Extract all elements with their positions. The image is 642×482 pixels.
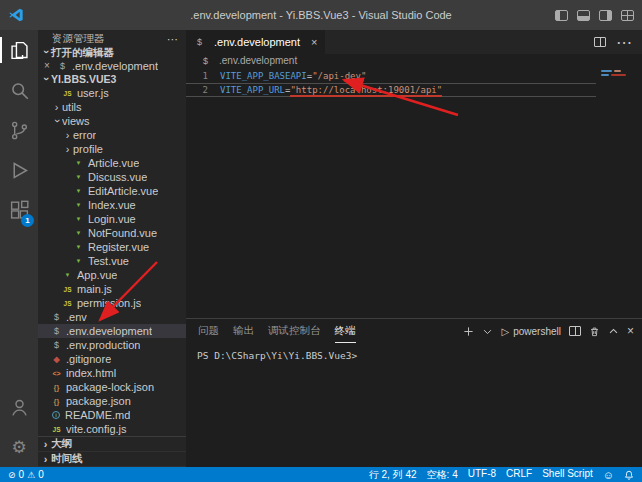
env-file-icon: $ <box>51 312 62 322</box>
close-editor-icon[interactable]: × <box>44 60 54 71</box>
settings-gear-icon[interactable]: ⚙ <box>0 427 38 467</box>
tree-item-index.html[interactable]: <>index.html <box>38 366 186 380</box>
code-line-1[interactable]: 1VITE_APP_BASEAPI="/api-dev" <box>186 69 596 83</box>
tree-item-label: Index.vue <box>88 199 136 211</box>
tree-item-error[interactable]: ›error <box>38 128 186 142</box>
tree-item-package-lock.json[interactable]: {}package-lock.json <box>38 380 186 394</box>
panel-tab-bar: 问题输出调试控制台终端 ▷ powershell × <box>186 319 642 343</box>
open-editors-header[interactable]: › 打开的编辑器 <box>38 46 186 59</box>
toggle-sidebar-icon[interactable] <box>555 10 568 21</box>
line-number: 2 <box>186 83 208 97</box>
tree-item-package.json[interactable]: {}package.json <box>38 394 186 408</box>
tree-item-Test.vue[interactable]: ▼Test.vue <box>38 254 186 268</box>
status-item[interactable]: UTF-8 <box>468 468 496 482</box>
vscode-window: .env.development - Yi.BBS.Vue3 - Visual … <box>0 0 642 482</box>
tree-item-label: package-lock.json <box>66 381 154 393</box>
tree-item-Register.vue[interactable]: ▼Register.vue <box>38 240 186 254</box>
tree-item-label: main.js <box>77 283 112 295</box>
js-file-icon: JS <box>51 426 62 433</box>
tree-item-permission.js[interactable]: JSpermission.js <box>38 296 186 310</box>
tree-item-.env.production[interactable]: $.env.production <box>38 338 186 352</box>
close-panel-icon[interactable]: × <box>627 324 634 338</box>
minimap[interactable] <box>601 70 637 78</box>
tree-item-label: permission.js <box>77 297 141 309</box>
status-item[interactable]: Shell Script <box>542 468 593 482</box>
toggle-secondary-sidebar-icon[interactable] <box>599 10 612 21</box>
terminal-output[interactable]: PS D:\CSharp\Yi\Yi.BBS.Vue3> <box>186 343 642 467</box>
tree-item-main.js[interactable]: JSmain.js <box>38 282 186 296</box>
tree-item-Login.vue[interactable]: ▼Login.vue <box>38 212 186 226</box>
outline-section-header[interactable]: › 大纲 <box>38 437 186 452</box>
project-root-header[interactable]: › YI.BBS.VUE3 <box>38 73 186 87</box>
code-editor[interactable]: 1VITE_APP_BASEAPI="/api-dev"2VITE_APP_UR… <box>186 67 642 318</box>
tree-item-.env.development[interactable]: $.env.development <box>38 324 186 338</box>
tree-item-label: Discuss.vue <box>88 171 147 183</box>
status-item[interactable]: 行 2, 列 42 <box>369 468 417 482</box>
vue-file-icon: ▼ <box>62 272 73 278</box>
kill-terminal-icon[interactable] <box>589 326 600 337</box>
extensions-icon[interactable]: 1 <box>0 190 38 230</box>
toggle-panel-icon[interactable] <box>577 10 590 21</box>
tree-item-README.md[interactable]: iREADME.md <box>38 408 186 422</box>
tree-item-Article.vue[interactable]: ▼Article.vue <box>38 156 186 170</box>
tree-item-NotFound.vue[interactable]: ▼NotFound.vue <box>38 226 186 240</box>
run-debug-icon[interactable] <box>0 150 38 190</box>
account-icon[interactable] <box>0 387 38 427</box>
status-bar: ⊘ 0 ⚠ 0 行 2, 列 42空格: 4UTF-8CRLFShell Scr… <box>0 467 642 482</box>
bottom-panel: 问题输出调试控制台终端 ▷ powershell × <box>186 318 642 467</box>
search-icon[interactable] <box>0 70 38 110</box>
source-control-icon[interactable] <box>0 110 38 150</box>
breadcrumb[interactable]: $ .env.development <box>186 54 642 67</box>
panel-tab-调试控制台[interactable]: 调试控制台 <box>268 319 321 343</box>
customize-layout-icon[interactable] <box>621 10 634 21</box>
open-editor-item[interactable]: × $ .env.development <box>38 59 186 73</box>
split-editor-icon[interactable] <box>594 37 606 47</box>
info-file-icon: i <box>52 411 60 419</box>
tree-item-Discuss.vue[interactable]: ▼Discuss.vue <box>38 170 186 184</box>
tree-item-EditArticle.vue[interactable]: ▼EditArticle.vue <box>38 184 186 198</box>
tree-item-.env[interactable]: $.env <box>38 310 186 324</box>
json-file-icon: {} <box>51 397 62 406</box>
vue-file-icon: ▼ <box>73 160 84 166</box>
terminal-shell-selector[interactable]: ▷ powershell <box>501 326 561 337</box>
feedback-smiley-icon[interactable]: ☺ <box>603 469 614 481</box>
explorer-more-actions-icon[interactable]: ⋯ <box>167 33 178 46</box>
vue-file-icon: ▼ <box>73 244 84 250</box>
tree-item-utils[interactable]: ›utils <box>38 100 186 114</box>
string-token: "http://localhost:19001/api" <box>290 83 442 97</box>
status-item[interactable]: CRLF <box>506 468 532 482</box>
folder-chevron-icon: › <box>62 144 73 155</box>
terminal-profile-chevron-icon[interactable] <box>482 326 493 337</box>
js-file-icon: JS <box>62 90 73 97</box>
tree-item-App.vue[interactable]: ▼App.vue <box>38 268 186 282</box>
code-line-2[interactable]: 2VITE_APP_URL="http://localhost:19001/ap… <box>186 83 596 97</box>
close-tab-icon[interactable]: × <box>311 36 317 48</box>
tree-item-Index.vue[interactable]: ▼Index.vue <box>38 198 186 212</box>
editor-more-actions-icon[interactable]: ⋯ <box>616 33 632 52</box>
tree-item-views[interactable]: ›views <box>38 114 186 128</box>
problems-status[interactable]: ⊘ 0 ⚠ 0 <box>8 469 44 480</box>
maximize-panel-icon[interactable] <box>608 326 619 337</box>
status-item[interactable]: 空格: 4 <box>427 468 458 482</box>
js-file-icon: JS <box>62 300 73 307</box>
tree-item-label: index.html <box>66 367 116 379</box>
tree-item-.gitignore[interactable]: ◆.gitignore <box>38 352 186 366</box>
new-terminal-icon[interactable] <box>463 326 474 337</box>
timeline-section-header[interactable]: › 时间线 <box>38 452 186 467</box>
tree-item-label: Article.vue <box>88 157 139 169</box>
tab-env-development[interactable]: $ .env.development × <box>186 30 326 54</box>
panel-tab-终端[interactable]: 终端 <box>335 319 356 343</box>
vue-file-icon: ▼ <box>73 202 84 208</box>
tree-item-user.js[interactable]: JSuser.js <box>38 86 186 100</box>
editor-area: $ .env.development × ⋯ $ .env.developmen… <box>186 30 642 467</box>
tree-item-profile[interactable]: ›profile <box>38 142 186 156</box>
tree-item-label: .env <box>66 311 87 323</box>
panel-tab-问题[interactable]: 问题 <box>198 319 219 343</box>
tree-item-vite.config.js[interactable]: JSvite.config.js <box>38 422 186 436</box>
explorer-icon[interactable] <box>0 30 38 70</box>
panel-tab-输出[interactable]: 输出 <box>233 319 254 343</box>
split-terminal-icon[interactable] <box>569 326 581 336</box>
notifications-bell-icon[interactable] <box>624 470 634 480</box>
vue-file-icon: ▼ <box>73 216 84 222</box>
tree-item-label: user.js <box>77 87 109 99</box>
